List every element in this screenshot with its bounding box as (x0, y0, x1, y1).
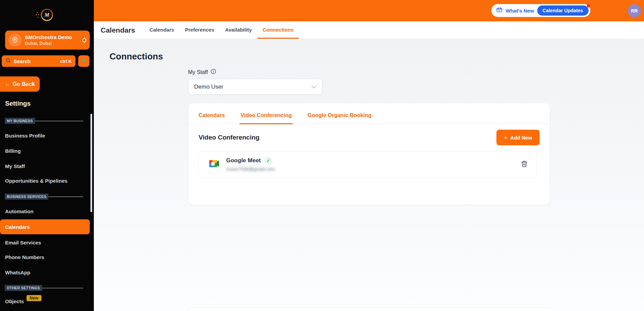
sidebar-item-automation[interactable]: Automation (5, 208, 33, 214)
location-subtitle: Dubai, Dubai (25, 41, 72, 46)
provider-email-blurred: xxxxx7538@gmail.com (226, 166, 275, 172)
search-shortcut-hint: ctrl K (60, 59, 72, 64)
lightning-bolt-icon (82, 58, 86, 65)
sidebar-item-business-profile[interactable]: Business Profile (5, 133, 45, 139)
go-back-label: Go Back (13, 81, 35, 87)
sidebar-item-billing[interactable]: Billing (5, 148, 21, 154)
connections-heading: Connections (109, 51, 163, 62)
go-back-button[interactable]: ← Go Back (0, 76, 40, 92)
notification-dot (587, 4, 590, 7)
card-tabs: Calendars Video Conferencing Google Orga… (188, 103, 550, 124)
sidebar-item-phone-numbers[interactable]: Phone Numbers (5, 254, 44, 260)
my-staff-label: My Staff (188, 69, 216, 76)
location-name: SMOrchestra Demo (25, 34, 72, 41)
new-badge: New (27, 295, 41, 301)
page-tabbar: Calendars Calendars Preferences Availabi… (94, 21, 644, 39)
connections-card: Calendars Video Conferencing Google Orga… (188, 103, 550, 205)
section-divider (48, 197, 83, 197)
topbar: What's New Calendar Updates RR (94, 0, 644, 21)
tabs: Calendars Preferences Availability Conne… (144, 21, 299, 39)
whats-new-button[interactable]: What's New Calendar Updates (491, 4, 590, 17)
card-tab-video-conferencing[interactable]: Video Conferencing (240, 112, 292, 124)
user-avatar[interactable]: RR (628, 4, 641, 17)
google-meet-icon (208, 158, 220, 171)
calendar-announcement-icon (496, 7, 503, 15)
staff-select-value: Demo User (194, 84, 223, 90)
add-new-button[interactable]: + Add New (496, 130, 540, 145)
add-new-label: Add New (510, 135, 532, 141)
next-card-edge (188, 308, 550, 311)
location-text: SMOrchestra Demo Dubai, Dubai (25, 34, 72, 46)
sidebar-item-email-services[interactable]: Email Services (5, 240, 41, 245)
card-tab-google-organic-booking[interactable]: Google Organic Booking (307, 112, 371, 124)
provider-info: Google Meet ✓ xxxxx7538@gmail.com (226, 157, 275, 172)
sidebar-scrollbar[interactable] (90, 114, 92, 212)
tab-preferences[interactable]: Preferences (180, 21, 220, 39)
staff-select[interactable]: Demo User (188, 79, 322, 95)
card-tab-calendars[interactable]: Calendars (199, 112, 225, 124)
logo-ring-icon: M (41, 9, 53, 21)
sidebar: M SMOrchestra Demo Dubai, Dubai Search c… (0, 0, 94, 311)
chevron-up-down-icon (82, 38, 86, 43)
card-header: Video Conferencing + Add New (188, 124, 550, 150)
sidebar-item-whatsapp[interactable]: WhatsApp (5, 270, 30, 275)
trash-icon (521, 160, 528, 168)
page-title: Calendars (101, 26, 135, 34)
section-divider (42, 288, 83, 288)
provider-row-google-meet: Google Meet ✓ xxxxx7538@gmail.com (199, 151, 537, 178)
calendar-updates-pill[interactable]: Calendar Updates (537, 5, 589, 16)
section-label-business-services: BUSINESS SERVICES (5, 194, 83, 200)
location-switcher[interactable]: SMOrchestra Demo Dubai, Dubai (5, 31, 90, 50)
section-divider (35, 121, 83, 121)
logo-monogram: M (42, 10, 52, 20)
app-logo[interactable]: M (0, 9, 94, 21)
connected-check-icon: ✓ (265, 157, 272, 164)
tab-connections[interactable]: Connections (257, 21, 299, 39)
video-conferencing-title: Video Conferencing (199, 134, 259, 141)
sidebar-item-my-staff[interactable]: My Staff (5, 163, 25, 169)
location-pin-icon (9, 34, 21, 47)
logo-dots-decoration (38, 14, 39, 15)
quick-actions-button[interactable] (78, 55, 89, 67)
provider-name: Google Meet (226, 157, 261, 164)
objects-label[interactable]: Objects (5, 298, 24, 304)
section-label-my-business: MY BUSINESS (5, 118, 83, 124)
search-icon (5, 58, 11, 65)
delete-connection-button[interactable] (521, 160, 528, 168)
section-label-other-settings: OTHER SETTINGS (5, 285, 83, 291)
sidebar-item-opportunities-pipelines[interactable]: Opportunities & Pipelines (5, 178, 67, 184)
tab-calendars[interactable]: Calendars (144, 21, 180, 39)
search-input[interactable]: Search ctrl K (2, 55, 75, 67)
info-icon[interactable] (210, 69, 216, 76)
sidebar-item-objects[interactable]: Objects New (5, 295, 41, 304)
main-content: Connections My Staff Demo User Calendars… (94, 39, 644, 311)
whats-new-label: What's New (506, 8, 534, 14)
tab-availability[interactable]: Availability (220, 21, 257, 39)
sidebar-item-calendars-active[interactable]: Calendars (0, 219, 90, 234)
settings-heading: Settings (5, 100, 31, 107)
plus-icon: + (504, 134, 508, 141)
search-placeholder: Search (14, 58, 31, 64)
chevron-down-icon (311, 84, 316, 90)
back-arrow-icon: ← (5, 81, 11, 87)
